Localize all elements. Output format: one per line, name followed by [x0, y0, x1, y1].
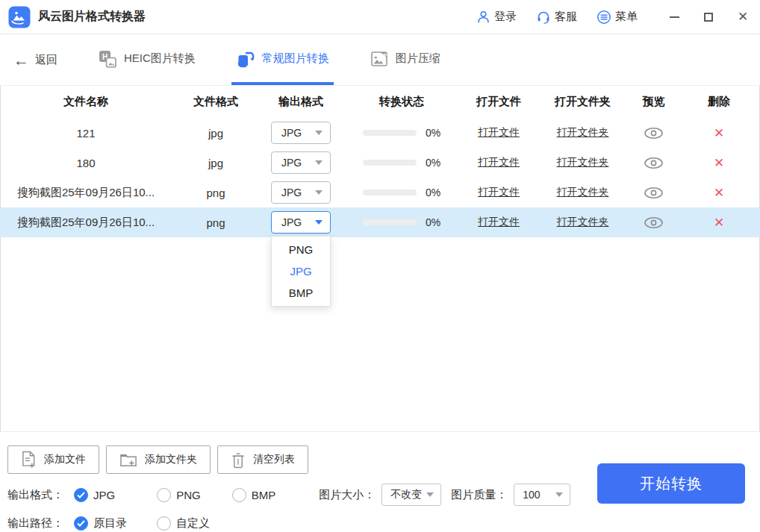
heic-icon: H — [98, 49, 117, 69]
image-size-select[interactable]: 不改变 — [381, 484, 441, 506]
file-format: png — [172, 216, 260, 229]
open-file-link[interactable]: 打开文件 — [478, 156, 520, 169]
image-size-label: 图片大小： — [319, 488, 375, 502]
radio-format-jpg[interactable]: JPG — [74, 488, 115, 502]
start-convert-button[interactable]: 开始转换 — [597, 463, 745, 504]
chevron-down-icon — [315, 190, 323, 195]
dropdown-option-bmp[interactable]: BMP — [272, 282, 330, 304]
open-folder-link[interactable]: 打开文件夹 — [557, 216, 609, 229]
maximize-icon — [704, 13, 713, 22]
add-file-label: 添加文件 — [44, 453, 86, 466]
file-name: 180 — [0, 157, 172, 169]
delete-button[interactable]: ✕ — [714, 215, 724, 231]
file-name: 搜狗截图25年09月26日10... — [0, 186, 172, 200]
progress-percent: 0% — [426, 187, 440, 198]
app-logo-icon — [8, 6, 31, 28]
tab-heic-convert[interactable]: H HEIC图片转换 — [93, 35, 200, 85]
clear-list-button[interactable]: 清空列表 — [217, 445, 308, 474]
radio-label: JPG — [93, 489, 115, 501]
preview-button[interactable] — [629, 157, 678, 169]
output-format-select-open[interactable]: JPG — [271, 211, 331, 234]
delete-button[interactable]: ✕ — [714, 125, 724, 141]
image-quality-select[interactable]: 100 — [514, 484, 570, 506]
add-file-button[interactable]: 添加文件 — [7, 445, 99, 474]
chevron-down-icon — [315, 131, 323, 135]
output-format-value: JPG — [281, 127, 302, 139]
back-arrow-icon: ← — [13, 52, 29, 68]
preview-button[interactable] — [629, 127, 678, 140]
radio-checked-icon — [74, 516, 88, 531]
progress-bar — [363, 190, 417, 195]
zip-icon: ZIP — [370, 49, 389, 69]
preview-button[interactable] — [629, 187, 678, 199]
open-folder-link[interactable]: 打开文件夹 — [557, 186, 609, 199]
tab-compress-label: 图片压缩 — [396, 51, 440, 66]
file-format: jpg — [172, 127, 260, 140]
output-format-value: JPG — [281, 187, 302, 198]
close-button[interactable]: ✕ — [726, 0, 760, 34]
menu-icon — [597, 10, 611, 25]
image-quality-label: 图片质量： — [451, 488, 507, 502]
trash-icon — [231, 451, 246, 469]
login-button[interactable]: 登录 — [476, 10, 517, 24]
radio-checked-icon — [74, 488, 88, 502]
open-file-link[interactable]: 打开文件 — [478, 186, 520, 199]
add-folder-icon — [119, 451, 137, 468]
tab-normal-convert[interactable]: 常规图片转换 — [231, 35, 334, 85]
support-label: 客服 — [555, 10, 577, 24]
back-button[interactable]: ← 返回 — [13, 52, 57, 68]
radio-unchecked-icon — [157, 488, 171, 502]
output-format-select[interactable]: JPG — [271, 122, 331, 144]
output-format-value: JPG — [281, 216, 302, 228]
output-path-row: 输出路径： 原目录 自定义 — [7, 512, 210, 532]
chevron-down-icon — [315, 220, 323, 225]
minimize-button[interactable] — [657, 0, 691, 34]
progress-bar — [363, 160, 417, 166]
headset-icon — [536, 10, 551, 25]
login-label: 登录 — [494, 10, 517, 24]
radio-label: 自定义 — [176, 516, 210, 531]
radio-format-bmp[interactable]: BMP — [232, 488, 276, 502]
radio-label: 原目录 — [93, 516, 127, 531]
open-folder-link[interactable]: 打开文件夹 — [557, 126, 609, 140]
tab-heic-label: HEIC图片转换 — [124, 51, 196, 66]
radio-label: PNG — [176, 489, 201, 501]
progress-bar — [363, 130, 417, 136]
file-table: 文件名称 文件格式 输出格式 转换状态 打开文件 打开文件夹 预览 删除 121… — [0, 86, 760, 237]
table-header-row: 文件名称 文件格式 输出格式 转换状态 打开文件 打开文件夹 预览 删除 — [0, 86, 760, 118]
output-options-row: 输出格式： JPG PNG BMP 图片大小： 不改变 图片质量： 100 — [7, 484, 570, 506]
table-row: 搜狗截图25年09月26日10... png JPG 0% 打开文件 打开文件夹… — [0, 178, 760, 207]
app-title: 风云图片格式转换器 — [38, 9, 146, 25]
table-row-selected: 搜狗截图25年09月26日10... png JPG 0% 打开文件 打开文件夹… — [0, 207, 760, 237]
header-output-format: 输出格式 — [260, 95, 342, 109]
dropdown-option-png[interactable]: PNG — [272, 239, 330, 260]
image-size-value: 不改变 — [390, 488, 422, 501]
output-format-select[interactable]: JPG — [271, 181, 331, 204]
radio-path-original[interactable]: 原目录 — [74, 516, 127, 531]
progress-bar — [363, 219, 417, 225]
support-button[interactable]: 客服 — [536, 10, 577, 25]
clear-list-label: 清空列表 — [253, 453, 295, 466]
menu-button[interactable]: 菜单 — [597, 10, 638, 25]
delete-button[interactable]: ✕ — [714, 185, 724, 201]
image-convert-icon — [236, 49, 255, 69]
chevron-down-icon — [555, 492, 563, 497]
output-format-select[interactable]: JPG — [271, 151, 331, 174]
file-name: 121 — [0, 127, 172, 140]
open-folder-link[interactable]: 打开文件夹 — [557, 156, 609, 169]
maximize-button[interactable] — [691, 0, 726, 34]
minimize-icon — [670, 16, 679, 18]
open-file-link[interactable]: 打开文件 — [478, 126, 520, 140]
preview-button[interactable] — [629, 216, 678, 229]
add-folder-button[interactable]: 添加文件夹 — [106, 445, 211, 474]
dropdown-option-jpg-selected[interactable]: JPG — [272, 260, 330, 282]
open-file-link[interactable]: 打开文件 — [478, 216, 520, 229]
progress-percent: 0% — [426, 157, 440, 169]
radio-path-custom[interactable]: 自定义 — [157, 516, 210, 531]
delete-button[interactable]: ✕ — [714, 155, 724, 171]
radio-format-png[interactable]: PNG — [157, 488, 201, 502]
tab-image-compress[interactable]: ZIP 图片压缩 — [365, 35, 445, 85]
output-format-dropdown: PNG JPG BMP — [271, 236, 331, 307]
header-open-file: 打开文件 — [461, 95, 536, 109]
chevron-down-icon — [315, 160, 323, 165]
